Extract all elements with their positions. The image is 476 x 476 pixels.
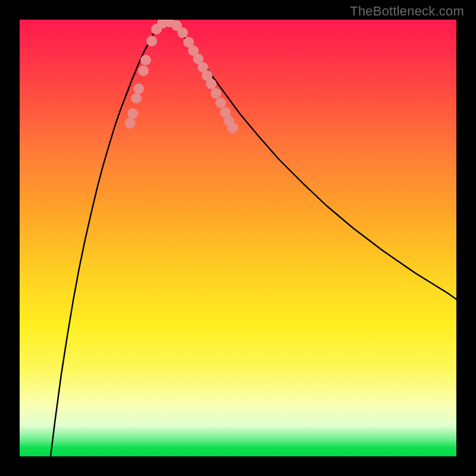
scatter-dot [133,83,144,94]
scatter-dot [125,118,136,129]
scatter-dot [138,65,149,76]
series-right-branch [166,22,456,299]
scatter-dot [140,55,151,65]
scatter-dot [131,93,142,104]
watermark-text: TheBottleneck.com [350,4,464,19]
scatter-dot [227,123,238,133]
scatter-dot [215,98,226,108]
scatter-dot [146,36,157,46]
scatter-dots [125,20,238,133]
chart-frame: TheBottleneck.com [0,0,476,476]
scatter-dot [211,88,221,99]
scatter-dot [177,27,188,38]
chart-svg [20,20,456,456]
scatter-dot [206,79,217,89]
plot-area [20,20,456,456]
scatter-dot [127,108,138,119]
series-left-branch [51,23,162,456]
